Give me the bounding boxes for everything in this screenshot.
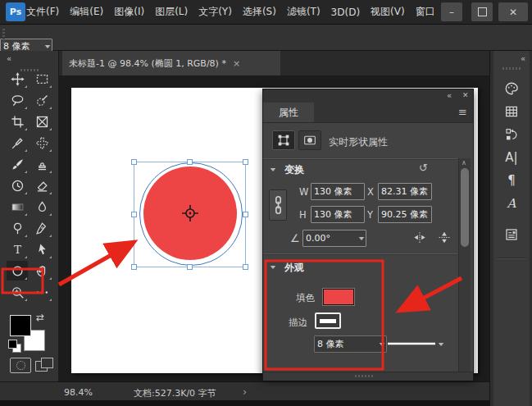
handle-top-left[interactable] bbox=[131, 159, 137, 165]
blur-tool[interactable] bbox=[31, 197, 52, 217]
status-chevron-icon[interactable]: › bbox=[243, 385, 247, 398]
zoom-level-field[interactable]: 98.4% bbox=[64, 387, 93, 398]
eraser-tool[interactable] bbox=[31, 176, 52, 195]
x-value-field[interactable]: 82.31 像素 bbox=[378, 183, 432, 200]
history-brush-tool[interactable] bbox=[7, 176, 28, 195]
menu-items: 文件(F) 编辑(E) 图像(I) 图层(L) 文字(Y) 选择(S) 滤镜(T… bbox=[26, 0, 434, 24]
move-tool[interactable] bbox=[7, 69, 28, 89]
rotation-angle-field[interactable]: 0.00°▾ bbox=[302, 230, 366, 247]
scroll-up-icon[interactable]: ∧ bbox=[462, 159, 466, 167]
flip-vertical-icon[interactable] bbox=[437, 230, 452, 244]
chevron-down-icon: ▾ bbox=[439, 340, 443, 348]
zoom-tool[interactable] bbox=[7, 282, 28, 302]
dock-divider bbox=[497, 258, 526, 258]
panel-menu-icon[interactable]: ≡ bbox=[458, 106, 467, 118]
dodge-tool[interactable] bbox=[7, 218, 28, 238]
document-tab-bar: 未标题-1 @ 98.4% (椭圆 1, RGB/8) * × bbox=[58, 51, 489, 75]
handle-middle-left[interactable] bbox=[131, 212, 137, 217]
minimize-button[interactable]: – bbox=[441, 2, 462, 21]
maximize-button[interactable] bbox=[471, 2, 493, 21]
panel-resize-grip[interactable] bbox=[263, 372, 473, 381]
tab-properties[interactable]: 属性 bbox=[263, 103, 314, 122]
pen-tool[interactable] bbox=[31, 218, 52, 238]
appearance-collapse-icon[interactable]: ▾ bbox=[271, 263, 275, 271]
live-shape-properties-icon[interactable] bbox=[272, 130, 295, 150]
status-bar: 98.4% 文档:527.3K/0 字节 › bbox=[0, 381, 489, 401]
collapse-panel-icon[interactable]: « bbox=[447, 91, 451, 100]
brush-tool[interactable] bbox=[7, 154, 28, 174]
menu-type[interactable]: 文字(Y) bbox=[198, 5, 232, 19]
menu-layer[interactable]: 图层(L) bbox=[155, 5, 188, 19]
document-size-info: 文档:527.3K/0 字节 bbox=[134, 387, 216, 399]
panel-fill-swatch[interactable] bbox=[323, 289, 354, 305]
more-tools[interactable] bbox=[31, 282, 52, 302]
options-grip[interactable] bbox=[2, 29, 5, 45]
foreground-color-swatch[interactable] bbox=[10, 315, 31, 336]
menu-3d[interactable]: 3D(D) bbox=[331, 7, 360, 18]
gradient-tool[interactable] bbox=[7, 197, 28, 217]
handle-bottom-center[interactable] bbox=[187, 264, 193, 270]
panel-stroke-style-select[interactable]: ▾ bbox=[388, 338, 450, 349]
libraries-panel-icon[interactable] bbox=[502, 225, 521, 244]
menu-filter[interactable]: 滤镜(T) bbox=[287, 5, 321, 19]
h-label: H bbox=[299, 209, 307, 221]
y-value-field[interactable]: 90.25 像素 bbox=[378, 206, 432, 223]
hand-tool[interactable] bbox=[31, 261, 52, 281]
lasso-tool[interactable] bbox=[7, 90, 28, 110]
menu-view[interactable]: 视图(V) bbox=[371, 5, 405, 19]
chevron-down-icon: ▾ bbox=[359, 235, 364, 242]
frame-tool[interactable] bbox=[31, 112, 52, 131]
handle-top-right[interactable] bbox=[243, 159, 248, 165]
link-wh-icon[interactable] bbox=[269, 189, 287, 221]
color-panel-icon[interactable] bbox=[502, 79, 521, 98]
screen-mode-icon[interactable] bbox=[35, 358, 53, 372]
handle-middle-right[interactable] bbox=[243, 212, 248, 217]
eyedropper-tool[interactable] bbox=[7, 133, 28, 153]
panel-tab-bar: 属性 ≡ bbox=[263, 103, 473, 123]
quick-select-tool[interactable] bbox=[31, 90, 52, 110]
maximize-icon bbox=[478, 7, 487, 16]
tab-close-icon[interactable]: × bbox=[233, 58, 240, 69]
menu-select[interactable]: 选择(S) bbox=[243, 5, 276, 19]
healing-tool[interactable] bbox=[31, 133, 52, 153]
photoshop-window: Ps 文件(F) 编辑(E) 图像(I) 图层(L) 文字(Y) 选择(S) 滤… bbox=[0, 0, 532, 406]
menu-file[interactable]: 文件(F) bbox=[26, 5, 59, 19]
handle-bottom-right[interactable] bbox=[243, 264, 248, 270]
flip-horizontal-icon[interactable] bbox=[412, 230, 427, 244]
history-panel-icon[interactable] bbox=[502, 125, 521, 144]
type-tool[interactable]: T bbox=[7, 239, 28, 259]
crop-tool[interactable] bbox=[7, 112, 28, 131]
handle-bottom-left[interactable] bbox=[131, 264, 137, 270]
scrollbar-thumb[interactable] bbox=[461, 168, 469, 247]
mask-properties-icon[interactable] bbox=[298, 130, 321, 150]
close-button[interactable]: ✕ bbox=[498, 2, 528, 21]
quick-mask-icon[interactable] bbox=[10, 358, 31, 373]
panel-scrollbar[interactable]: ∧ bbox=[458, 158, 471, 373]
width-value-field[interactable]: 130 像素 bbox=[311, 183, 365, 200]
path-select-tool[interactable] bbox=[31, 239, 52, 259]
options-bar: ▾ 形状▾ 填充: 描边: 8 像素▾ ▾ W: 130 像素 H: 130 像… bbox=[0, 25, 532, 51]
close-panel-icon[interactable]: ✕ bbox=[462, 91, 469, 99]
menu-edit[interactable]: 编辑(E) bbox=[70, 5, 103, 19]
panel-stroke-swatch[interactable] bbox=[315, 312, 341, 329]
document-tab[interactable]: 未标题-1 @ 98.4% (椭圆 1, RGB/8) * × bbox=[62, 51, 280, 75]
panel-stroke-width-select[interactable]: 8 像素▾ bbox=[314, 335, 387, 353]
glyphs-panel-icon[interactable]: A bbox=[502, 194, 521, 213]
marquee-tool[interactable] bbox=[31, 69, 52, 89]
menu-image[interactable]: 图像(I) bbox=[114, 5, 144, 19]
reset-transform-icon[interactable]: ↺ bbox=[419, 162, 428, 174]
swatches-panel-icon[interactable] bbox=[502, 102, 521, 121]
character-panel-icon[interactable]: A| bbox=[502, 148, 521, 167]
default-colors-icon[interactable] bbox=[8, 340, 17, 349]
transform-collapse-icon[interactable]: ▾ bbox=[271, 166, 275, 173]
handle-top-center[interactable] bbox=[187, 159, 193, 165]
tools-panel: « T ⇄ bbox=[0, 51, 59, 381]
height-value-field[interactable]: 130 像素 bbox=[311, 206, 365, 223]
window-bottom-edge bbox=[0, 400, 532, 406]
menu-window[interactable]: 窗口(W) bbox=[416, 5, 434, 19]
paragraph-panel-icon[interactable]: ¶ bbox=[502, 171, 521, 190]
ellipse-tool[interactable] bbox=[7, 261, 28, 281]
swap-colors-icon[interactable]: ⇄ bbox=[36, 312, 49, 323]
chevron-down-icon: ▾ bbox=[45, 43, 50, 50]
stamp-tool[interactable] bbox=[31, 154, 52, 174]
